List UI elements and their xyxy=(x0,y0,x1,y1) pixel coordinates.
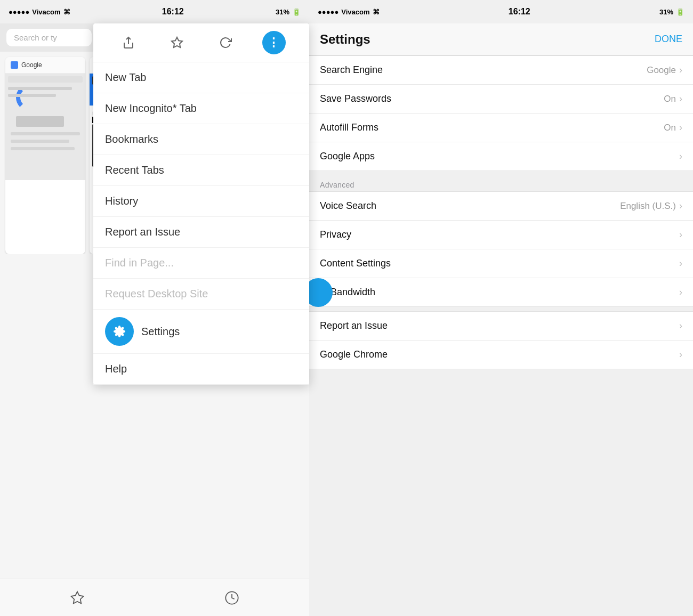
bookmark-icon[interactable] xyxy=(165,31,189,54)
settings-row-save-passwords[interactable]: Save Passwords On › xyxy=(309,85,693,114)
settings-row-bandwidth[interactable]: Bandwidth › xyxy=(309,278,693,306)
menu-item-new-tab[interactable]: New Tab xyxy=(93,62,309,93)
content-settings-value: › xyxy=(679,258,682,269)
tab-card-google[interactable]: Google xyxy=(5,57,85,254)
settings-row-google-chrome[interactable]: Google Chrome › xyxy=(309,341,693,369)
advanced-section-label: Advanced xyxy=(309,175,693,191)
settings-header: Settings DONE xyxy=(309,23,693,55)
signal-right: ●●●●● xyxy=(318,8,339,16)
menu-item-bookmarks[interactable]: Bookmarks xyxy=(93,124,309,155)
privacy-label: Privacy xyxy=(320,229,351,240)
svg-marker-3 xyxy=(71,591,83,603)
tab-header-google: Google xyxy=(5,57,85,74)
battery-right: 31% 🔋 xyxy=(659,8,684,16)
menu-item-request-desktop: Request Desktop Site xyxy=(93,279,309,310)
settings-row-search-engine[interactable]: Search Engine Google › xyxy=(309,56,693,85)
reload-icon[interactable] xyxy=(214,31,237,54)
wifi-right: ⌘ xyxy=(373,8,380,16)
carrier-right: Vivacom xyxy=(341,8,369,16)
battery-icon-left: 🔋 xyxy=(292,8,301,16)
bandwidth-chevron: › xyxy=(679,287,682,298)
menu-top-bar: ⋮ xyxy=(93,23,309,62)
save-passwords-chevron: › xyxy=(679,93,682,104)
google-chrome-value: › xyxy=(679,349,682,360)
search-input-display[interactable]: Search or ty xyxy=(6,29,92,46)
autofill-label: Autofill Forms xyxy=(320,122,378,133)
menu-item-settings[interactable]: Settings xyxy=(93,310,309,354)
google-apps-value: › xyxy=(679,151,682,162)
settings-section-basic: Search Engine Google › Save Passwords On… xyxy=(309,55,693,171)
status-bar-right: ●●●●● Vivacom ⌘ 16:12 31% 🔋 xyxy=(309,0,693,23)
bandwidth-value: › xyxy=(679,287,682,298)
privacy-chevron: › xyxy=(679,229,682,240)
browser-bottom-toolbar xyxy=(0,579,309,616)
content-settings-chevron: › xyxy=(679,258,682,269)
google-chrome-label: Google Chrome xyxy=(320,349,388,360)
more-menu-button[interactable]: ⋮ xyxy=(262,31,286,54)
report-issue-chevron: › xyxy=(679,320,682,331)
settings-row-voice-search[interactable]: Voice Search English (U.S.) › xyxy=(309,192,693,221)
search-engine-value: Google › xyxy=(647,64,682,76)
menu-item-history[interactable]: History xyxy=(93,186,309,217)
settings-label: Settings xyxy=(141,326,180,338)
google-apps-chevron: › xyxy=(679,151,682,162)
content-settings-label: Content Settings xyxy=(320,258,391,269)
menu-item-help[interactable]: Help xyxy=(93,354,309,385)
share-icon[interactable] xyxy=(117,31,140,54)
search-engine-label: Search Engine xyxy=(320,64,383,76)
menu-item-report-issue[interactable]: Report an Issue xyxy=(93,217,309,248)
settings-row-content-settings[interactable]: Content Settings › xyxy=(309,249,693,278)
settings-row-privacy[interactable]: Privacy › xyxy=(309,221,693,249)
battery-icon-right: 🔋 xyxy=(676,8,684,16)
settings-circle-icon xyxy=(105,317,134,346)
google-apps-label: Google Apps xyxy=(320,151,375,162)
history-toolbar-button[interactable] xyxy=(224,590,239,605)
settings-section-advanced: Voice Search English (U.S.) › Privacy › … xyxy=(309,191,693,307)
privacy-value: › xyxy=(679,229,682,240)
settings-row-report-issue[interactable]: Report an Issue › xyxy=(309,312,693,341)
battery-pct-left: 31% xyxy=(276,8,289,16)
battery-left: 31% 🔋 xyxy=(276,8,301,16)
tab-thumbnail-google xyxy=(5,74,85,180)
menu-item-find-in-page: Find in Page... xyxy=(93,248,309,279)
google-chrome-chevron: › xyxy=(679,349,682,360)
left-panel: ●●●●● Vivacom ⌘ 16:12 31% 🔋 Search or ty… xyxy=(0,0,309,616)
dropdown-menu: ⋮ New Tab New Incognito* Tab Bookmarks R… xyxy=(93,23,309,385)
save-passwords-value: On › xyxy=(664,93,682,104)
tab-favicon-google xyxy=(11,61,18,69)
settings-row-google-apps[interactable]: Google Apps › xyxy=(309,142,693,171)
autofill-value: On › xyxy=(664,122,682,133)
right-panel: ●●●●● Vivacom ⌘ 16:12 31% 🔋 Settings DON… xyxy=(309,0,693,616)
time-left: 16:12 xyxy=(162,7,184,17)
voice-search-value: English (U.S.) › xyxy=(620,200,682,212)
search-engine-chevron: › xyxy=(679,64,682,76)
bookmark-toolbar-button[interactable] xyxy=(70,590,85,605)
carrier-signal-left: ●●●●● Vivacom ⌘ xyxy=(9,8,70,16)
time-right: 16:12 xyxy=(509,7,530,17)
report-issue-value: › xyxy=(679,320,682,331)
menu-item-recent-tabs[interactable]: Recent Tabs xyxy=(93,155,309,186)
wifi-icon-left: ⌘ xyxy=(63,8,70,16)
svg-marker-1 xyxy=(172,37,182,47)
tab-title-google: Google xyxy=(21,61,42,69)
report-issue-label: Report an Issue xyxy=(320,320,388,331)
status-bar-left: ●●●●● Vivacom ⌘ 16:12 31% 🔋 xyxy=(0,0,309,23)
save-passwords-label: Save Passwords xyxy=(320,93,391,104)
settings-row-autofill[interactable]: Autofill Forms On › xyxy=(309,114,693,142)
settings-section-more: Report an Issue › Google Chrome › xyxy=(309,311,693,369)
carrier-left: Vivacom xyxy=(32,8,60,16)
signal-dots-left: ●●●●● xyxy=(9,8,29,16)
menu-item-new-incognito[interactable]: New Incognito* Tab xyxy=(93,93,309,124)
voice-search-label: Voice Search xyxy=(320,200,376,212)
settings-title: Settings xyxy=(320,32,370,47)
voice-search-chevron: › xyxy=(679,200,682,212)
autofill-chevron: › xyxy=(679,122,682,133)
done-button[interactable]: DONE xyxy=(655,34,682,45)
